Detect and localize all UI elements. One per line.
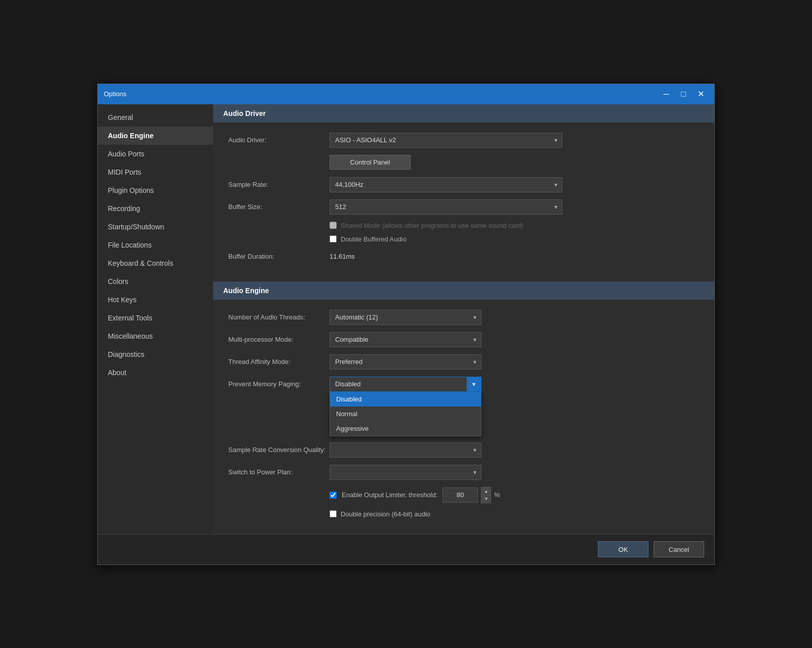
sample-rate-conv-control bbox=[330, 442, 699, 458]
sample-rate-conv-select[interactable] bbox=[330, 442, 481, 458]
prevent-memory-label: Prevent Memory Paging: bbox=[228, 380, 330, 388]
sidebar-item-file-locations[interactable]: File Locations bbox=[98, 236, 213, 254]
prevent-memory-dropdown-list: DisabledNormalAggressive bbox=[330, 392, 481, 436]
output-limiter-percent: % bbox=[494, 491, 500, 499]
sidebar-item-midi-ports[interactable]: MIDI Ports bbox=[98, 163, 213, 181]
control-panel-row: Control Panel bbox=[228, 155, 699, 170]
sidebar-item-external-tools[interactable]: External Tools bbox=[98, 309, 213, 327]
sidebar: GeneralAudio EngineAudio PortsMIDI Ports… bbox=[98, 104, 213, 534]
thread-affinity-control: Preferred bbox=[330, 354, 699, 370]
audio-threads-row: Number of Audio Threads: Automatic (12) bbox=[228, 310, 699, 325]
main-panel: Audio Driver Audio Driver: ASIO - ASIO4A… bbox=[213, 104, 714, 534]
audio-threads-control: Automatic (12) bbox=[330, 310, 699, 325]
output-limiter-up[interactable]: ▲ bbox=[481, 488, 491, 495]
ok-button[interactable]: OK bbox=[598, 541, 648, 557]
double-buffered-row: Double Buffered Audio bbox=[228, 235, 699, 243]
dropdown-option-disabled[interactable]: Disabled bbox=[330, 392, 481, 407]
double-precision-checkbox[interactable] bbox=[330, 510, 337, 517]
thread-affinity-label: Thread Affinity Mode: bbox=[228, 358, 330, 366]
thread-affinity-select-wrapper: Preferred bbox=[330, 354, 481, 370]
prevent-memory-dropdown-header[interactable]: Disabled ▾ bbox=[330, 377, 481, 392]
multiprocessor-label: Multi-processor Mode: bbox=[228, 336, 330, 343]
sidebar-item-about[interactable]: About bbox=[98, 363, 213, 382]
sidebar-item-recording[interactable]: Recording bbox=[98, 199, 213, 218]
sidebar-item-plugin-options[interactable]: Plugin Options bbox=[98, 181, 213, 199]
sidebar-item-keyboard-controls[interactable]: Keyboard & Controls bbox=[98, 254, 213, 272]
switch-power-control bbox=[330, 465, 699, 480]
sample-rate-select[interactable]: 44,100Hz bbox=[330, 177, 562, 192]
sidebar-item-general[interactable]: General bbox=[98, 108, 213, 127]
sample-rate-select-wrapper: 44,100Hz bbox=[330, 177, 562, 192]
multiprocessor-select[interactable]: Compatible bbox=[330, 332, 481, 347]
window-controls: ─ □ ✕ bbox=[659, 88, 708, 100]
output-limiter-spinner-wrapper: ▲ ▼ % bbox=[442, 487, 500, 503]
prevent-memory-control: Disabled ▾ DisabledNormalAggressive bbox=[330, 377, 699, 392]
sample-rate-conv-row: Sample Rate Conversion Quality: bbox=[228, 442, 699, 458]
buffer-duration-row: Buffer Duration: 11.61ms bbox=[228, 249, 699, 264]
buffer-size-select[interactable]: 512 bbox=[330, 199, 562, 215]
sample-rate-conv-label: Sample Rate Conversion Quality: bbox=[228, 446, 330, 454]
audio-driver-control: ASIO - ASIO4ALL v2 bbox=[330, 133, 699, 148]
audio-engine-body: Number of Audio Threads: Automatic (12) … bbox=[213, 300, 714, 534]
audio-driver-label: Audio Driver: bbox=[228, 136, 330, 144]
switch-power-select[interactable] bbox=[330, 465, 481, 480]
sidebar-item-diagnostics[interactable]: Diagnostics bbox=[98, 345, 213, 363]
sidebar-item-hot-keys[interactable]: Hot Keys bbox=[98, 291, 213, 309]
options-window: Options ─ □ ✕ GeneralAudio EngineAudio P… bbox=[97, 84, 715, 565]
sidebar-item-startup-shutdown[interactable]: Startup/Shutdown bbox=[98, 218, 213, 236]
sidebar-item-audio-engine[interactable]: Audio Engine bbox=[98, 127, 213, 145]
dropdown-option-aggressive[interactable]: Aggressive bbox=[330, 421, 481, 436]
control-panel-control: Control Panel bbox=[330, 155, 699, 170]
thread-affinity-select[interactable]: Preferred bbox=[330, 354, 481, 370]
sample-rate-control: 44,100Hz bbox=[330, 177, 699, 192]
switch-power-label: Switch to Power Plan: bbox=[228, 468, 330, 476]
close-button[interactable]: ✕ bbox=[693, 88, 708, 100]
output-limiter-row: Enable Output Limiter, threshold: ▲ ▼ % bbox=[228, 487, 699, 503]
sample-rate-conv-select-wrapper bbox=[330, 442, 481, 458]
maximize-button[interactable]: □ bbox=[676, 88, 691, 100]
output-limiter-control: Enable Output Limiter, threshold: ▲ ▼ % bbox=[330, 487, 699, 503]
control-panel-button[interactable]: Control Panel bbox=[330, 155, 411, 170]
multiprocessor-row: Multi-processor Mode: Compatible bbox=[228, 332, 699, 347]
output-limiter-input[interactable] bbox=[442, 488, 478, 503]
buffer-duration-value: 11.61ms bbox=[330, 253, 699, 260]
audio-driver-select-wrapper: ASIO - ASIO4ALL v2 bbox=[330, 133, 562, 148]
sidebar-item-colors[interactable]: Colors bbox=[98, 272, 213, 291]
audio-driver-row: Audio Driver: ASIO - ASIO4ALL v2 bbox=[228, 133, 699, 148]
prevent-memory-selected: Disabled bbox=[335, 380, 361, 388]
prevent-memory-chevron: ▾ bbox=[467, 377, 481, 391]
audio-driver-header: Audio Driver bbox=[213, 104, 714, 123]
sample-rate-label: Sample Rate: bbox=[228, 181, 330, 188]
output-limiter-spinner-buttons: ▲ ▼ bbox=[481, 487, 491, 503]
output-limiter-label: Enable Output Limiter, threshold: bbox=[342, 491, 437, 499]
thread-affinity-row: Thread Affinity Mode: Preferred bbox=[228, 354, 699, 370]
output-limiter-down[interactable]: ▼ bbox=[481, 495, 491, 503]
switch-power-row: Switch to Power Plan: bbox=[228, 465, 699, 480]
shared-mode-row: Shared Mode (allows other programs to us… bbox=[228, 222, 699, 229]
shared-mode-label: Shared Mode (allows other programs to us… bbox=[341, 222, 523, 229]
audio-engine-header: Audio Engine bbox=[213, 281, 714, 300]
sidebar-item-audio-ports[interactable]: Audio Ports bbox=[98, 145, 213, 163]
double-precision-label: Double precision (64-bit) audio bbox=[341, 510, 430, 518]
prevent-memory-row: Prevent Memory Paging: Disabled ▾ Disabl… bbox=[228, 377, 699, 392]
buffer-size-control: 512 bbox=[330, 199, 699, 215]
shared-mode-checkbox[interactable] bbox=[330, 222, 337, 229]
double-buffered-checkbox[interactable] bbox=[330, 235, 337, 242]
double-buffered-label: Double Buffered Audio bbox=[341, 235, 407, 243]
audio-threads-label: Number of Audio Threads: bbox=[228, 313, 330, 321]
main-wrapper: GeneralAudio EngineAudio PortsMIDI Ports… bbox=[98, 104, 714, 534]
buffer-duration-label: Buffer Duration: bbox=[228, 253, 330, 260]
sidebar-item-miscellaneous[interactable]: Miscellaneous bbox=[98, 327, 213, 345]
audio-threads-select[interactable]: Automatic (12) bbox=[330, 310, 481, 325]
window-title: Options bbox=[104, 90, 127, 98]
buffer-size-label: Buffer Size: bbox=[228, 203, 330, 211]
cancel-button[interactable]: Cancel bbox=[654, 541, 704, 557]
double-precision-row: Double precision (64-bit) audio bbox=[228, 510, 699, 518]
dropdown-option-normal[interactable]: Normal bbox=[330, 407, 481, 421]
output-limiter-checkbox[interactable] bbox=[330, 492, 337, 499]
audio-driver-select[interactable]: ASIO - ASIO4ALL v2 bbox=[330, 133, 562, 148]
audio-threads-select-wrapper: Automatic (12) bbox=[330, 310, 481, 325]
prevent-memory-dropdown[interactable]: Disabled ▾ DisabledNormalAggressive bbox=[330, 377, 481, 392]
switch-power-select-wrapper bbox=[330, 465, 481, 480]
minimize-button[interactable]: ─ bbox=[659, 88, 674, 100]
